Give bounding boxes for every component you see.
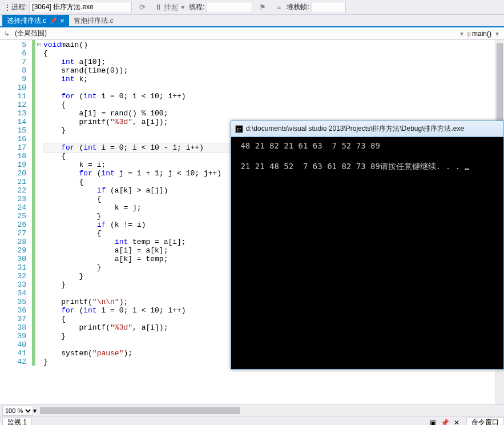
close-icon[interactable]: ✕ bbox=[451, 419, 462, 426]
line-number: 34 bbox=[0, 289, 26, 298]
svg-text:c:: c: bbox=[237, 126, 241, 133]
fold-toggle bbox=[35, 314, 42, 323]
thread-action2-button[interactable]: ≡ bbox=[272, 2, 285, 13]
dropdown-icon[interactable]: ▾ bbox=[457, 30, 466, 38]
pin-icon[interactable]: 📌 bbox=[438, 419, 451, 426]
line-number: 41 bbox=[0, 349, 26, 358]
bottom-toolwindow-strip: 监视 1 ▣ 📌 ✕ 命令窗口 bbox=[0, 416, 504, 425]
tab-selection-sort[interactable]: 选择排序法.c 📌 ✕ bbox=[2, 15, 69, 26]
code-line[interactable]: { bbox=[43, 49, 495, 58]
fold-toggle bbox=[35, 126, 42, 134]
fold-toggle bbox=[35, 237, 42, 246]
line-number: 14 bbox=[0, 118, 26, 126]
document-tabstrip: 选择排序法.c 📌 ✕ 冒泡排序法.c bbox=[0, 15, 504, 27]
code-line[interactable]: for (int i = 0; i < 10; i++) bbox=[43, 92, 495, 101]
flag-icon: ⚑ bbox=[259, 3, 267, 11]
line-number: 16 bbox=[0, 135, 26, 143]
fold-toggle[interactable]: ⊟ bbox=[35, 40, 42, 49]
fold-toggle bbox=[35, 306, 42, 314]
line-number: 12 bbox=[0, 101, 26, 109]
fold-toggle bbox=[35, 211, 42, 220]
refresh-button[interactable]: ⟳ bbox=[135, 2, 149, 13]
fold-toggle bbox=[35, 57, 42, 66]
grip-icon: ⋮ bbox=[3, 3, 11, 11]
fold-toggle bbox=[35, 357, 42, 366]
fold-toggle bbox=[35, 340, 42, 348]
fold-toggle bbox=[35, 288, 42, 297]
scope-dropdown[interactable]: (全局范围) bbox=[11, 29, 457, 39]
line-number: 19 bbox=[0, 161, 26, 169]
horizontal-scrollbar[interactable] bbox=[39, 406, 502, 415]
tool-icon[interactable]: ▣ bbox=[428, 419, 438, 426]
line-number: 37 bbox=[0, 315, 26, 323]
process-label: 进程: bbox=[11, 2, 27, 12]
pin-icon[interactable]: 📌 bbox=[50, 18, 57, 24]
stackframe-label: 堆栈帧: bbox=[287, 2, 309, 12]
watch-tab[interactable]: 监视 1 bbox=[2, 418, 32, 426]
fold-toggle bbox=[35, 169, 42, 177]
line-number: 7 bbox=[0, 58, 26, 66]
fold-toggle bbox=[35, 117, 42, 126]
tab-bubble-sort[interactable]: 冒泡排序法.c bbox=[69, 15, 118, 26]
zoom-dropdown[interactable]: 100 % bbox=[2, 406, 33, 416]
fold-toggle bbox=[35, 263, 42, 271]
fold-toggle bbox=[35, 177, 42, 186]
code-line[interactable]: int a[10]; bbox=[43, 58, 495, 66]
line-number: 33 bbox=[0, 280, 26, 289]
fold-toggle bbox=[35, 49, 42, 57]
line-number: 39 bbox=[0, 332, 26, 340]
line-number: 36 bbox=[0, 306, 26, 315]
console-title-text: d:\documents\visual studio 2013\Projects… bbox=[246, 124, 464, 134]
line-number: 28 bbox=[0, 238, 26, 246]
fold-toggle bbox=[35, 246, 42, 254]
line-number: 10 bbox=[0, 83, 26, 92]
line-number: 42 bbox=[0, 358, 26, 366]
code-line[interactable]: { bbox=[43, 101, 495, 109]
console-prompt: 请按任意键继续. . . bbox=[380, 162, 465, 171]
line-number: 9 bbox=[0, 75, 26, 83]
line-number: 17 bbox=[0, 143, 26, 152]
scrollbar-thumb[interactable] bbox=[40, 407, 240, 414]
thread-dropdown[interactable] bbox=[207, 2, 252, 13]
line-number: 21 bbox=[0, 178, 26, 186]
fold-toggle bbox=[35, 297, 42, 306]
nav-back-icon[interactable]: ↳ bbox=[2, 30, 11, 38]
line-number: 5 bbox=[0, 41, 26, 49]
suspend-button[interactable]: ⏸挂起 ▾ bbox=[151, 2, 188, 13]
thread-action-button[interactable]: ⚑ bbox=[256, 2, 269, 13]
console-titlebar[interactable]: c: d:\documents\visual studio 2013\Proje… bbox=[231, 121, 503, 137]
command-window-tab[interactable]: 命令窗口 bbox=[466, 418, 504, 426]
console-app-icon: c: bbox=[235, 125, 244, 134]
fold-toggle bbox=[35, 280, 42, 288]
console-window[interactable]: c: d:\documents\visual studio 2013\Proje… bbox=[231, 121, 504, 370]
fold-toggle bbox=[35, 83, 42, 91]
line-number: 40 bbox=[0, 340, 26, 349]
line-number: 25 bbox=[0, 212, 26, 220]
fold-toggle bbox=[35, 143, 42, 151]
fold-toggle bbox=[35, 220, 42, 228]
thread-label: 线程: bbox=[189, 2, 204, 12]
navigation-bar: ↳ (全局范围) ▾ φ main() ▾ bbox=[0, 27, 504, 40]
code-line[interactable]: int k; bbox=[43, 75, 495, 83]
member-icon: φ bbox=[466, 30, 471, 38]
console-line: 21 21 48 52 7 63 61 82 73 89 bbox=[236, 162, 380, 171]
fold-toggle bbox=[35, 194, 42, 203]
line-number: 13 bbox=[0, 109, 26, 118]
fold-toggle bbox=[35, 348, 42, 357]
member-dropdown[interactable]: main() bbox=[472, 30, 491, 38]
line-number: 22 bbox=[0, 186, 26, 195]
dropdown-icon[interactable]: ▾ bbox=[493, 30, 502, 38]
fold-toggle bbox=[35, 254, 42, 263]
line-number: 38 bbox=[0, 323, 26, 332]
close-icon[interactable]: ✕ bbox=[60, 18, 64, 24]
code-line[interactable]: srand(time(0)); bbox=[43, 66, 495, 75]
code-line[interactable]: voidmain() bbox=[43, 41, 495, 49]
code-line[interactable] bbox=[43, 83, 495, 92]
fold-toggle bbox=[35, 331, 42, 340]
line-number-gutter: 5678910111213141516171819202122232425262… bbox=[0, 40, 32, 404]
fold-toggle bbox=[35, 66, 42, 74]
code-line[interactable]: a[i] = rand() % 100; bbox=[43, 109, 495, 118]
line-number: 15 bbox=[0, 126, 26, 135]
stackframe-dropdown[interactable] bbox=[312, 2, 346, 13]
process-dropdown[interactable]: [3064] 排序方法.exe bbox=[29, 2, 132, 13]
